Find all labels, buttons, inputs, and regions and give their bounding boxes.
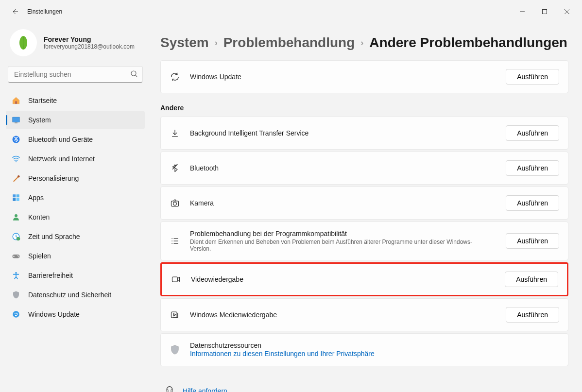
card-title: Windows Update [190, 73, 496, 81]
svg-rect-16 [17, 198, 19, 201]
svg-rect-1 [543, 10, 547, 14]
nav-item-bluetooth[interactable]: Bluetooth und Geräte [6, 130, 145, 149]
card-title: Bluetooth [190, 164, 496, 172]
nav-item-system[interactable]: System [6, 111, 145, 129]
run-button[interactable]: Ausführen [506, 125, 559, 141]
privacy-link[interactable]: Informationen zu diesen Einstellungen un… [190, 350, 375, 358]
network-icon [12, 154, 20, 163]
nav-item-clock[interactable]: Zeit und Sprache [6, 227, 145, 246]
nav-label: Netzwerk und Internet [28, 155, 95, 163]
section-title: Andere [160, 104, 568, 112]
svg-point-17 [15, 214, 17, 217]
troubleshooter-card: Background Intelligent Transfer ServiceA… [160, 117, 568, 150]
svg-point-4 [131, 71, 136, 76]
avatar [10, 29, 37, 56]
svg-point-11 [16, 161, 17, 162]
nav-item-update[interactable]: Windows Update [6, 305, 145, 324]
nav-item-apps[interactable]: Apps [6, 188, 145, 207]
nav-item-brush[interactable]: Personalisierung [6, 169, 145, 187]
nav-label: Apps [28, 194, 44, 202]
nav-item-shield[interactable]: Datenschutz und Sicherheit [6, 286, 145, 304]
nav-label: Startseite [28, 97, 57, 104]
privacy-card: Datenschutzressourcen Informationen zu d… [160, 333, 568, 366]
home-icon [12, 96, 20, 105]
breadcrumb-troubleshoot[interactable]: Problembehandlung [223, 35, 355, 51]
accessibility-icon [12, 271, 20, 280]
system-icon [12, 116, 20, 124]
nav-label: Konten [28, 213, 50, 221]
troubleshooter-card: Windows MedienwiedergabeAusführen [160, 298, 568, 331]
svg-rect-9 [15, 122, 17, 123]
back-button[interactable] [10, 7, 19, 17]
svg-line-5 [136, 75, 137, 77]
breadcrumb-system[interactable]: System [160, 35, 209, 51]
troubleshooter-card: KameraAusführen [160, 187, 568, 220]
card-desc: Dient dem Erkennen und Beheben von Probl… [190, 239, 481, 252]
card-title: Kamera [190, 199, 496, 207]
bluetooth-icon [12, 135, 20, 144]
run-button[interactable]: Ausführen [506, 307, 559, 323]
nav-item-person[interactable]: Konten [6, 208, 145, 226]
card-windows-update: Windows Update Ausführen [160, 60, 568, 93]
maximize-button[interactable] [533, 4, 556, 19]
svg-point-22 [18, 256, 19, 257]
help-row: Hilfe anfordern [160, 368, 568, 392]
media-icon [170, 309, 180, 320]
window-title: Einstellungen [27, 8, 62, 15]
breadcrumb-current: Andere Problembehandlungen [369, 35, 567, 51]
svg-point-19 [17, 237, 20, 241]
breadcrumb: System › Problembehandlung › Andere Prob… [160, 23, 568, 60]
nav-label: System [28, 116, 51, 124]
nav-item-home[interactable]: Startseite [6, 91, 145, 110]
troubleshooter-card: VideowiedergabeAusführen [160, 262, 568, 296]
chevron-right-icon: › [215, 38, 218, 48]
nav-label: Bluetooth und Geräte [28, 136, 93, 143]
card-title: Background Intelligent Transfer Service [190, 129, 496, 137]
close-button[interactable] [556, 4, 578, 19]
user-email: foreveryoung201818@outlook.com [44, 43, 135, 50]
search-icon [130, 70, 138, 80]
svg-point-26 [173, 202, 177, 205]
svg-point-23 [15, 272, 17, 274]
minimize-button[interactable] [511, 4, 533, 19]
nav-item-accessibility[interactable]: Barrierefreiheit [6, 266, 145, 285]
troubleshooter-card: Problembehandlung bei der Programmkompat… [160, 222, 568, 260]
clock-icon [12, 232, 20, 241]
nav-label: Datenschutz und Sicherheit [28, 291, 111, 299]
privacy-title: Datenschutzressourcen [190, 341, 559, 349]
run-button[interactable]: Ausführen [505, 272, 558, 287]
run-button[interactable]: Ausführen [506, 195, 559, 211]
camera-icon [170, 198, 180, 208]
svg-rect-15 [13, 198, 16, 201]
nav-label: Zeit und Sprache [28, 233, 80, 240]
nav-label: Windows Update [28, 310, 80, 318]
user-name: Forever Young [44, 35, 135, 43]
svg-rect-7 [13, 117, 20, 122]
run-button[interactable]: Ausführen [506, 69, 559, 85]
nav-item-network[interactable]: Netzwerk und Internet [6, 150, 145, 168]
bluetooth-icon [170, 163, 180, 173]
brush-icon [12, 174, 20, 183]
nav-label: Spielen [28, 252, 51, 260]
nav-label: Personalisierung [28, 174, 79, 182]
svg-point-24 [13, 311, 19, 318]
nav-item-gamepad[interactable]: Spielen [6, 247, 145, 265]
help-link[interactable]: Hilfe anfordern [183, 387, 227, 392]
video-icon [171, 274, 181, 285]
update-icon [12, 310, 20, 319]
svg-rect-27 [172, 277, 178, 282]
run-button[interactable]: Ausführen [506, 160, 559, 176]
user-block[interactable]: Forever Young foreveryoung201818@outlook… [6, 27, 145, 66]
list-icon [170, 236, 180, 246]
svg-point-21 [17, 255, 18, 256]
shield-icon [12, 290, 20, 299]
svg-rect-13 [13, 194, 16, 197]
svg-rect-14 [17, 194, 19, 197]
card-title: Windows Medienwiedergabe [190, 311, 496, 319]
sidebar-nav: StartseiteSystemBluetooth und GeräteNetz… [6, 91, 145, 324]
run-button[interactable]: Ausführen [506, 233, 559, 249]
troubleshooter-card: BluetoothAusführen [160, 152, 568, 185]
person-icon [12, 213, 20, 222]
search-input[interactable] [8, 66, 143, 83]
apps-icon [12, 193, 20, 202]
